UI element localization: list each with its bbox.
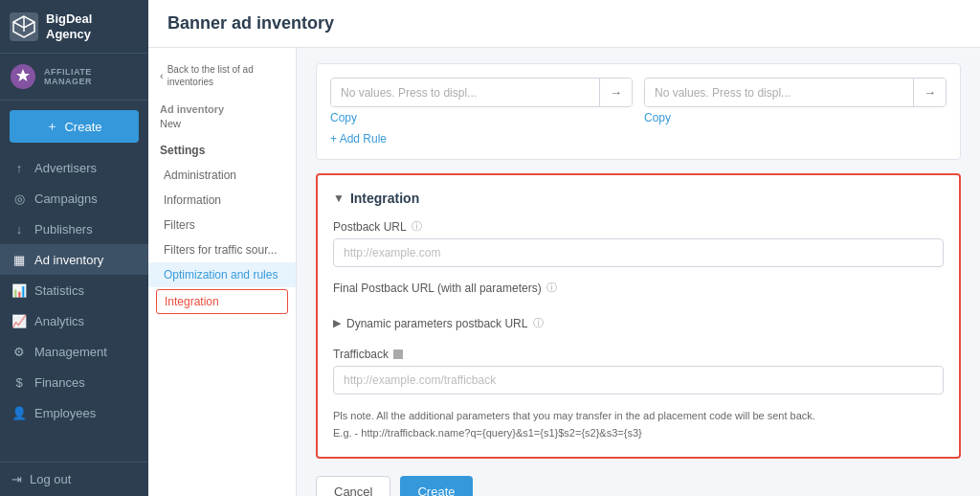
- page-title: Banner ad inventory: [167, 13, 961, 34]
- trafficback-group: Trafficback ●: [333, 348, 944, 395]
- logo: BigDeal Agency: [0, 0, 148, 54]
- sidebar-item-publishers[interactable]: ↓ Publishers: [0, 214, 148, 244]
- sub-sidebar: ‹ Back to the list of ad inventories Ad …: [148, 48, 297, 496]
- rules-section: No values. Press to displ... → Copy No v…: [316, 63, 961, 160]
- brand-name-line2: Agency: [46, 27, 92, 42]
- sub-menu-item-filters[interactable]: Filters: [148, 213, 296, 237]
- sidebar-item-analytics[interactable]: 📈 Analytics: [0, 305, 148, 336]
- affiliate-label: AFFILIATE MANAGER: [44, 67, 139, 86]
- sidebar-item-employees[interactable]: 👤 Employees: [0, 397, 148, 428]
- final-postback-info-icon[interactable]: ⓘ: [546, 281, 557, 295]
- sidebar-item-advertisers[interactable]: ↑ Advertisers: [0, 152, 148, 183]
- rule-placeholder-2: No values. Press to displ...: [645, 79, 913, 106]
- integration-title: Integration: [350, 191, 419, 206]
- finances-icon: $: [11, 374, 27, 390]
- sub-section-title: Ad inventory: [148, 98, 296, 117]
- main-header: Banner ad inventory: [148, 0, 980, 48]
- sidebar-bottom: ⇥ Log out: [0, 462, 148, 496]
- sub-menu-item-optimization[interactable]: Optimization and rules: [148, 262, 296, 287]
- rule-box-1: No values. Press to displ... → Copy: [330, 78, 633, 124]
- note-text: Pls note. All the additional parameters …: [333, 408, 944, 441]
- rule-input-2: No values. Press to displ... →: [644, 78, 947, 107]
- rule-placeholder-1: No values. Press to displ...: [331, 79, 599, 106]
- rules-row: No values. Press to displ... → Copy No v…: [330, 78, 947, 124]
- rule-copy-1[interactable]: Copy: [330, 111, 357, 124]
- sub-menu-item-integration[interactable]: Integration: [156, 289, 288, 314]
- main-nav: ↑ Advertisers ◎ Campaigns ↓ Publishers ▦…: [0, 152, 148, 428]
- statistics-icon: 📊: [11, 282, 27, 298]
- brand-name-line1: BigDeal: [46, 11, 92, 27]
- add-rule-button[interactable]: + Add Rule: [330, 132, 947, 146]
- create-button[interactable]: ＋ Create: [10, 110, 139, 143]
- sub-menu-item-filters-traffic[interactable]: Filters for traffic sour...: [148, 237, 296, 262]
- back-link[interactable]: ‹ Back to the list of ad inventories: [148, 57, 296, 94]
- advertisers-icon: ↑: [11, 160, 27, 175]
- postback-url-input[interactable]: [333, 238, 944, 267]
- sub-menu-item-administration[interactable]: Administration: [148, 163, 296, 188]
- postback-url-group: Postback URL ⓘ: [333, 219, 944, 267]
- integration-section: ▼ Integration Postback URL ⓘ Final Postb…: [316, 173, 961, 459]
- content-area: ‹ Back to the list of ad inventories Ad …: [148, 48, 980, 496]
- collapse-icon: ▼: [333, 192, 345, 205]
- rule-box-2: No values. Press to displ... → Copy: [644, 78, 947, 124]
- rule-arrow-2[interactable]: →: [913, 79, 946, 106]
- management-icon: ⚙: [11, 344, 27, 359]
- footer-buttons: Cancel Create: [316, 472, 961, 496]
- create-submit-button[interactable]: Create: [400, 476, 472, 496]
- analytics-icon: 📈: [11, 313, 27, 328]
- final-postback-label: Final Postback URL (with all parameters)…: [333, 281, 944, 295]
- sidebar-item-finances[interactable]: $ Finances: [0, 367, 148, 397]
- dynamic-toggle-icon: ▶: [333, 317, 341, 329]
- dynamic-params-info-icon[interactable]: ⓘ: [533, 316, 544, 330]
- sidebar-item-ad-inventory[interactable]: ▦ Ad inventory: [0, 244, 148, 275]
- postback-info-icon[interactable]: ⓘ: [412, 219, 422, 234]
- sidebar-item-campaigns[interactable]: ◎ Campaigns: [0, 183, 148, 214]
- employees-icon: 👤: [11, 405, 27, 420]
- dynamic-params-toggle[interactable]: ▶ Dynamic parameters postback URL ⓘ: [333, 308, 944, 338]
- campaigns-icon: ◎: [11, 191, 27, 206]
- affiliate-icon: [10, 63, 36, 90]
- sub-section-sub: New: [148, 117, 296, 130]
- back-icon: ‹: [160, 70, 164, 81]
- publishers-icon: ↓: [11, 221, 27, 237]
- sidebar-item-management[interactable]: ⚙ Management: [0, 336, 148, 367]
- trafficback-info-icon[interactable]: ●: [393, 349, 403, 359]
- sub-menu-item-information[interactable]: Information: [148, 188, 296, 213]
- main-area: Banner ad inventory ‹ Back to the list o…: [148, 0, 980, 496]
- logout-icon: ⇥: [11, 472, 22, 486]
- log-out-button[interactable]: ⇥ Log out: [0, 462, 148, 496]
- sub-menu-group: Settings Administration Information Filt…: [148, 138, 296, 314]
- final-postback-group: Final Postback URL (with all parameters)…: [333, 281, 944, 295]
- logo-icon: [10, 12, 38, 41]
- page-content: No values. Press to displ... → Copy No v…: [297, 48, 980, 496]
- postback-url-label: Postback URL ⓘ: [333, 219, 944, 234]
- section-header[interactable]: ▼ Integration: [333, 191, 944, 206]
- rule-copy-2[interactable]: Copy: [644, 111, 671, 124]
- trafficback-label: Trafficback ●: [333, 348, 944, 361]
- trafficback-input[interactable]: [333, 366, 944, 395]
- sub-menu-label: Settings: [148, 138, 296, 163]
- rule-input-1: No values. Press to displ... →: [330, 78, 633, 107]
- rule-arrow-1[interactable]: →: [599, 79, 632, 106]
- cancel-button[interactable]: Cancel: [316, 476, 390, 496]
- sidebar: BigDeal Agency AFFILIATE MANAGER ＋ Creat…: [0, 0, 148, 496]
- ad-inventory-icon: ▦: [11, 252, 27, 267]
- sidebar-item-statistics[interactable]: 📊 Statistics: [0, 275, 148, 305]
- affiliate-manager-section: AFFILIATE MANAGER: [0, 54, 148, 101]
